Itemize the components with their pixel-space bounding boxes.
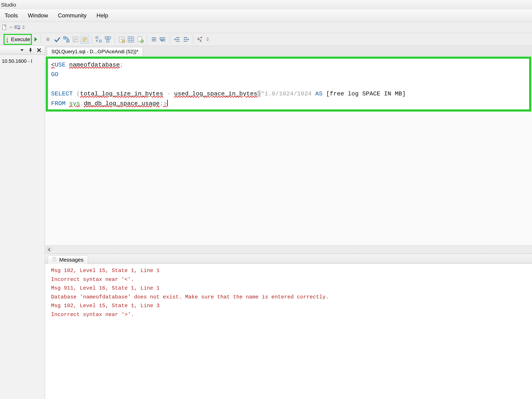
svg-rect-5: [46, 38, 50, 41]
space: [66, 100, 69, 107]
new-document-dropdown-icon[interactable]: [10, 26, 12, 28]
execute-label: Execute: [11, 36, 30, 42]
message-line: Msg 102, Level 15, State 1, Line 3: [51, 303, 160, 309]
new-document-icon[interactable]: [1, 24, 8, 31]
sql-editor[interactable]: <USE nameofdatabase; GO SELECT (total_lo…: [46, 57, 531, 112]
message-line: Msg 102, Level 15, State 1, Line 1: [51, 268, 160, 274]
lt-char: <: [51, 62, 55, 68]
sql-line-4: FROM sys.dm_db_log_space_usage;>: [51, 100, 168, 107]
panel-dropdown-icon[interactable]: [19, 48, 25, 53]
title-bar: Studio: [0, 0, 532, 9]
sql-line-1: <USE nameofdatabase;: [51, 62, 123, 68]
semicolon: ;: [160, 100, 163, 107]
close-icon[interactable]: [37, 48, 42, 53]
svg-text:A: A: [197, 37, 200, 41]
messages-tab[interactable]: Messages: [48, 255, 88, 264]
keyword-from: FROM: [51, 100, 66, 107]
svg-rect-18: [128, 37, 134, 42]
increase-indent-icon[interactable]: [182, 35, 190, 44]
col-used-log: used_log_space_in_bytes: [174, 90, 257, 97]
semicolon: ;: [120, 62, 123, 68]
svg-rect-2: [16, 26, 17, 27]
query-options-icon[interactable]: [71, 35, 80, 44]
intellisense-icon[interactable]: [81, 35, 89, 44]
toolbar-row-1: [0, 22, 532, 33]
messages-icon: [52, 257, 57, 263]
messages-tab-strip: Messages: [45, 254, 532, 264]
svg-rect-23: [207, 38, 208, 38]
keyword-go: GO: [51, 71, 58, 78]
keyword-use: USE: [55, 62, 65, 68]
scroll-track[interactable]: [52, 247, 531, 252]
registered-servers-icon[interactable]: [13, 24, 21, 31]
parse-icon[interactable]: [53, 35, 61, 44]
document-tab-strip: SQLQuery1.sql - D...GP\AceAndi (52))*: [45, 46, 532, 56]
menu-window[interactable]: Window: [26, 12, 50, 19]
results-to-text-icon[interactable]: [117, 35, 126, 44]
open-paren: (: [73, 90, 80, 97]
toolbar-row-2: Execute: [0, 33, 532, 46]
title-text: Studio: [1, 2, 16, 8]
include-statistics-icon[interactable]: [104, 35, 112, 44]
toolbar-separator: [91, 35, 92, 44]
pin-icon[interactable]: [28, 48, 33, 53]
svg-rect-14: [108, 37, 111, 39]
results-to-file-icon[interactable]: [136, 35, 144, 44]
toolbar-overflow-icon[interactable]: [206, 37, 209, 42]
message-line: Incorrect syntax near '<'.: [51, 277, 134, 283]
comment-selection-icon[interactable]: [150, 35, 158, 44]
editor-empty-area: [45, 112, 532, 245]
menu-community[interactable]: Community: [57, 12, 88, 19]
execute-button[interactable]: Execute: [4, 34, 32, 45]
keyword-select: SELECT: [51, 90, 73, 97]
gt-char: >: [163, 100, 167, 107]
debug-step-icon[interactable]: [34, 35, 38, 44]
col-total-log: total_log_size_in_bytes: [80, 90, 163, 97]
messages-tab-label: Messages: [59, 257, 83, 263]
message-line: Msg 911, Level 16, State 1, Line 1: [51, 285, 160, 291]
svg-rect-7: [67, 40, 69, 42]
svg-rect-24: [30, 48, 31, 51]
scroll-left-icon[interactable]: [46, 247, 52, 252]
message-line: Incorrect syntax near '>'.: [51, 311, 134, 318]
dmv-name: dm_db_log_space_usage: [84, 100, 160, 107]
include-actual-plan-icon[interactable]: [94, 35, 103, 44]
messages-body[interactable]: Msg 102, Level 15, State 1, Line 1 Incor…: [45, 264, 532, 399]
toolbar-separator: [170, 35, 170, 44]
svg-rect-15: [107, 40, 109, 42]
cancel-query-icon[interactable]: [44, 35, 52, 44]
object-explorer-panel: 10.50.1600 - l: [0, 46, 45, 399]
menu-tools[interactable]: Tools: [3, 12, 19, 19]
svg-rect-1: [15, 26, 20, 29]
sql-line-3: SELECT (total_log_size_in_bytes - used_l…: [51, 90, 406, 97]
svg-rect-11: [99, 40, 101, 42]
alias: [free log SPACE IN MB]: [322, 90, 405, 97]
math-expr: *1.0/1024/1024: [261, 90, 315, 97]
close-paren: ): [257, 90, 261, 97]
editor-horizontal-scrollbar[interactable]: [45, 245, 532, 253]
toolbar-overflow-icon[interactable]: [22, 25, 25, 29]
sql-line-2: GO: [51, 71, 58, 78]
results-to-grid-icon[interactable]: [127, 35, 135, 44]
schema-sys: sys: [69, 100, 80, 107]
messages-panel: Messages Msg 102, Level 15, State 1, Lin…: [45, 253, 532, 399]
minus: -: [163, 90, 174, 97]
svg-rect-17: [122, 40, 125, 43]
decrease-indent-icon[interactable]: [173, 35, 181, 44]
menu-help[interactable]: Help: [95, 12, 110, 19]
svg-rect-13: [105, 37, 108, 39]
svg-point-4: [6, 41, 8, 42]
specify-values-icon[interactable]: AB: [196, 35, 204, 44]
toolbar-separator: [193, 35, 193, 44]
menu-bar: Tools Window Community Help: [0, 9, 532, 22]
svg-rect-10: [96, 37, 98, 39]
uncomment-selection-icon[interactable]: [159, 35, 167, 44]
db-name: nameofdatabase: [69, 62, 120, 68]
estimated-plan-icon[interactable]: [62, 35, 70, 44]
svg-point-12: [96, 40, 97, 42]
document-tab[interactable]: SQLQuery1.sql - D...GP\AceAndi (52))*: [47, 47, 143, 56]
text-cursor: [167, 100, 168, 106]
keyword-as: AS: [315, 90, 322, 97]
object-explorer-header: [0, 46, 45, 55]
dot: .: [80, 100, 83, 107]
